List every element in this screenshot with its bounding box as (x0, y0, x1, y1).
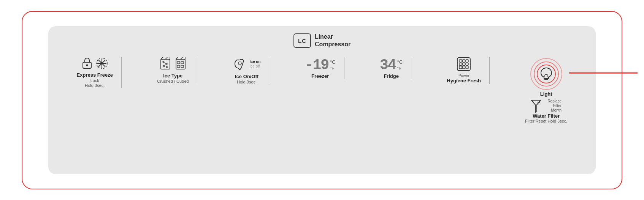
ice-type-label: Ice Type (163, 73, 182, 79)
svg-rect-15 (165, 66, 168, 68)
hygiene-fresh-label: Hygiene Fresh (447, 78, 481, 84)
red-line (569, 72, 638, 74)
svg-rect-21 (181, 61, 184, 64)
ice-scoop-icon (233, 57, 246, 71)
ice-type-group[interactable]: Ice Type Crushed / Cubed (157, 57, 197, 84)
hygiene-fresh-icon (457, 57, 471, 71)
ice-crushed-icon (159, 57, 171, 71)
ice-onoff-sub: Hold 3sec. (237, 80, 257, 85)
ice-onoff-icons: Ice on Ice off (233, 57, 261, 71)
red-arrow-annotation (569, 72, 638, 74)
fridge-units: °C °F (397, 59, 403, 72)
water-filter-label: Water Filter (533, 113, 560, 119)
ice-on-off-text: Ice on Ice off (250, 60, 261, 69)
svg-rect-12 (162, 61, 165, 63)
control-panel: LC Linear Compressor (48, 26, 596, 174)
svg-point-7 (101, 63, 103, 65)
svg-point-1 (86, 65, 88, 66)
express-freeze-label: Express Freeze (77, 72, 113, 78)
svg-point-24 (238, 62, 241, 65)
freezer-units: °C °F (330, 59, 336, 72)
svg-rect-34 (466, 66, 468, 69)
ice-onoff-group[interactable]: Ice on Ice off Ice On/Off Hold 3sec. (233, 57, 270, 85)
replace-filter-text: Replace Filter Month (547, 99, 562, 113)
svg-rect-31 (466, 63, 468, 66)
hold-3sec-label: Hold 3sec. (85, 83, 105, 88)
freezer-group[interactable]: -19 °C °F Freezer (305, 57, 344, 79)
svg-rect-30 (463, 63, 465, 66)
fridge-temp-value: 34 (380, 57, 396, 73)
outer-border: LC Linear Compressor (22, 11, 622, 189)
water-filter-labels: Replace Filter Month (547, 99, 562, 113)
svg-rect-33 (463, 66, 465, 69)
replace-filter-icon (531, 99, 541, 113)
freezer-temp-display: -19 °C °F (305, 57, 336, 73)
light-water-group: Light Replace Filter (525, 57, 567, 124)
logo-area: LC Linear Compressor (293, 33, 351, 49)
lc-logo-icon: LC (293, 33, 311, 48)
lock-icon (81, 57, 93, 70)
freezer-label: Freezer (311, 73, 329, 79)
water-filter-sub: Filter Reset Hold 3sec. (525, 119, 567, 124)
fridge-temp-display: 34 °C °F (380, 57, 403, 73)
svg-rect-28 (466, 60, 468, 62)
fridge-label: Fridge (384, 73, 399, 79)
snowflake-icon (96, 57, 108, 69)
hygiene-icons (457, 57, 471, 71)
light-bulb-icon (539, 67, 553, 81)
controls-row: Express Freeze Lock Hold 3sec. (60, 57, 584, 124)
ice-onoff-label: Ice On/Off (235, 74, 259, 80)
lock-label: Lock (90, 78, 99, 83)
svg-rect-29 (459, 63, 462, 66)
power-label: Power (458, 74, 469, 78)
fridge-group[interactable]: 34 °C °F Fridge (380, 57, 411, 79)
compressor-label: Linear Compressor (315, 33, 351, 49)
ice-type-sub: Crushed / Cubed (157, 79, 189, 84)
ice-type-icons (159, 57, 187, 71)
express-freeze-group[interactable]: Express Freeze Lock Hold 3sec. (77, 57, 122, 88)
freezer-temp-value: -19 (305, 57, 328, 73)
svg-rect-23 (181, 65, 184, 68)
light-label: Light (540, 91, 552, 97)
hygiene-fresh-group[interactable]: Power Hygiene Fresh (447, 57, 490, 84)
svg-rect-32 (459, 66, 462, 69)
express-freeze-icons (81, 57, 108, 70)
svg-rect-22 (177, 65, 180, 68)
svg-rect-14 (163, 65, 165, 68)
light-button[interactable] (529, 57, 563, 91)
ice-cubed-icon (174, 57, 187, 71)
svg-rect-26 (459, 60, 462, 62)
svg-rect-20 (177, 61, 180, 64)
water-filter-row: Replace Filter Month (531, 99, 562, 113)
svg-rect-27 (463, 60, 465, 62)
svg-rect-13 (165, 63, 168, 65)
